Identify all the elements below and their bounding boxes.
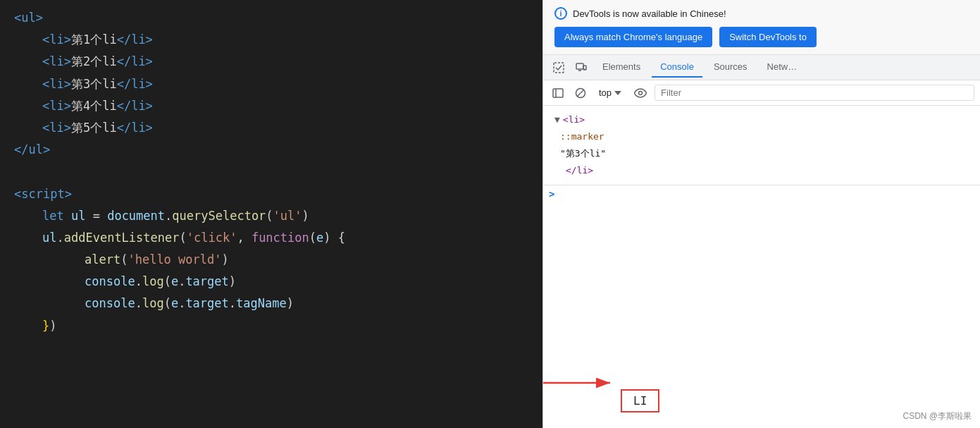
context-selector[interactable]: top (594, 85, 626, 101)
console-output: ▼ <li> ::marker "第3个li" </li> (543, 106, 980, 185)
notification-bar: i DevTools is now available in Chinese! … (543, 0, 980, 55)
notification-text: i DevTools is now available in Chinese! (554, 7, 969, 20)
tag-open: <ul> (14, 8, 43, 27)
svg-rect-5 (553, 89, 563, 97)
tag: <li> (42, 97, 71, 116)
console-toolbar: top (543, 80, 980, 106)
tag: <li> (42, 52, 71, 71)
select-element-icon[interactable] (549, 59, 569, 76)
expand-arrow[interactable]: ▼ (554, 112, 560, 128)
tag: <li> (42, 118, 71, 137)
dom-text-node: "第3个li" (560, 146, 606, 161)
code-line: console.log(e.target) (0, 271, 542, 293)
dom-li-close-tag: </li> (554, 163, 593, 178)
tab-sources[interactable]: Sources (705, 57, 756, 78)
sidebar-toggle-button[interactable] (549, 85, 567, 101)
dom-marker-line: ::marker (549, 128, 974, 145)
tag: <li> (42, 75, 71, 94)
console-output-area: ▼ <li> ::marker "第3个li" </li> (543, 106, 980, 428)
code-line: ul.addEventListener('click', function(e)… (0, 227, 542, 249)
device-toolbar-icon[interactable] (571, 59, 591, 76)
tag: <li> (42, 30, 71, 49)
devtools-tabs: Elements Console Sources Netw… (543, 55, 980, 80)
notification-message: DevTools is now available in Chinese! (573, 8, 726, 19)
svg-rect-1 (576, 63, 583, 69)
filter-input[interactable] (655, 85, 974, 101)
clear-console-button[interactable] (571, 85, 590, 101)
svg-rect-0 (554, 63, 564, 73)
code-line: console.log(e.target.tagName) (0, 293, 542, 314)
svg-point-9 (639, 91, 643, 94)
tag-close: </ul> (14, 140, 50, 159)
dom-text-line: "第3个li" (549, 145, 974, 162)
li-result-box: LI (621, 389, 659, 412)
empty-line (0, 161, 542, 183)
console-footer: > (543, 185, 980, 202)
svg-line-8 (578, 90, 584, 96)
code-line: alert('hello world') (0, 249, 542, 271)
code-line: <li>第1个li</li> (0, 29, 542, 51)
tab-elements[interactable]: Elements (594, 57, 649, 78)
dom-li-open-tag: <li> (563, 112, 585, 128)
top-label: top (599, 87, 612, 98)
code-editor: <ul> <li>第1个li</li> <li>第2个li</li> <li>第… (0, 0, 542, 428)
code-line: <script> (0, 183, 542, 205)
dom-li-open-line: ▼ <li> (549, 111, 974, 128)
watermark: CSDN @李斯啦果 (903, 410, 972, 422)
tab-network[interactable]: Netw… (759, 57, 806, 78)
dom-marker-pseudo: ::marker (560, 129, 604, 145)
code-line: <li>第5个li</li> (0, 117, 542, 139)
code-line: <li>第2个li</li> (0, 51, 542, 73)
code-line: </ul> (0, 139, 542, 161)
script-tag: <script> (14, 185, 72, 204)
code-line: <ul> (0, 7, 542, 29)
code-line: let ul = document.querySelector('ul') (0, 205, 542, 227)
eye-icon-button[interactable] (631, 86, 650, 100)
red-arrow (543, 373, 684, 408)
info-icon: i (554, 7, 567, 20)
code-line: <li>第4个li</li> (0, 95, 542, 117)
li-result-text: LI (633, 394, 647, 408)
switch-devtools-button[interactable]: Switch DevTools to (719, 27, 817, 47)
tab-console[interactable]: Console (652, 57, 702, 78)
dom-tree: ▼ <li> ::marker "第3个li" </li> (543, 111, 980, 179)
dom-li-close-line: </li> (549, 162, 974, 179)
match-language-button[interactable]: Always match Chrome's language (554, 27, 712, 47)
code-line: <li>第3个li</li> (0, 73, 542, 95)
notification-buttons: Always match Chrome's language Switch De… (554, 27, 969, 47)
svg-point-4 (584, 68, 585, 70)
code-line: }) (0, 315, 542, 337)
devtools-panel: i DevTools is now available in Chinese! … (542, 0, 980, 428)
console-prompt[interactable]: > (549, 188, 554, 200)
